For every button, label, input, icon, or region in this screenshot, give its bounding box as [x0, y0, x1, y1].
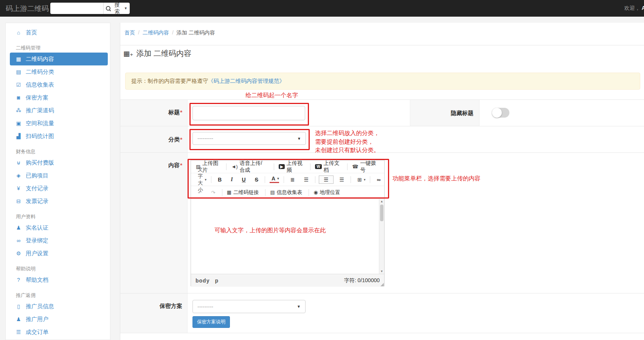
breadcrumb-separator: /	[138, 29, 140, 36]
toolbar-button[interactable]: S	[253, 177, 260, 183]
breadcrumb-home[interactable]: 首页	[124, 29, 135, 36]
resize-grip-icon[interactable]	[380, 283, 384, 286]
toolbar-button[interactable]: ≣	[289, 177, 297, 183]
sidebar-item[interactable]: ♟ 实名认证	[6, 221, 110, 234]
toolbar-button[interactable]: ▶ 上传视频	[279, 160, 306, 174]
toolbar-button[interactable]: W 上传文档	[315, 160, 343, 174]
sidebar-item[interactable]: ⌂ 首页	[6, 26, 110, 39]
sidebar-item[interactable]: ♟ 推广用户	[6, 313, 110, 326]
table-border	[120, 126, 644, 126]
sidebar-item[interactable]: ▦ 二维码内容	[10, 53, 108, 65]
scroll-up-icon[interactable]: ▲	[379, 200, 384, 203]
toolbar-button[interactable]: ▦ 二维码链接	[227, 189, 261, 196]
brand-logo[interactable]: 码上游二维码	[6, 4, 49, 14]
sidebar-item[interactable]: ⊟ 发票记录	[6, 195, 110, 208]
toolbar-button[interactable]: ☰	[319, 175, 334, 184]
sidebar-item[interactable]: ◈ 已购项目	[6, 169, 110, 182]
toolbar-button[interactable]	[226, 163, 227, 170]
sidebar-item[interactable]: ⁂ 推广渠道码	[6, 104, 110, 117]
toolbar-button[interactable]: U	[240, 177, 248, 183]
toolbar-button[interactable]	[351, 176, 351, 183]
username[interactable]: Art	[642, 5, 644, 11]
editor-body[interactable]: 可输入文字，上传的图片等内容会显示在此 ▲ ▼	[191, 199, 384, 274]
editor-scrollbar[interactable]: ▲ ▼	[379, 199, 384, 274]
toolbar-label: ☰	[304, 177, 309, 183]
sidebar-item[interactable]: ☰ 成交订单	[6, 326, 110, 338]
sidebar-item-icon: ▤	[15, 69, 22, 75]
sidebar-item[interactable]: ▤ 二维码分类	[6, 65, 110, 78]
toolbar-button[interactable]	[370, 176, 370, 183]
toolbar-button[interactable]	[265, 176, 265, 183]
toolbar-button[interactable]: ∞	[375, 177, 382, 183]
toolbar-button[interactable]	[284, 176, 284, 183]
scroll-down-icon[interactable]: ▼	[379, 270, 384, 273]
toolbar-button[interactable]	[310, 163, 310, 170]
toolbar-button[interactable]: I	[229, 177, 234, 183]
toolbar-button[interactable]	[265, 189, 265, 196]
sidebar-item[interactable]: ¥ 返佣记录	[6, 338, 110, 340]
search-button-label: 搜索	[112, 2, 123, 15]
sidebar-item: 推广返佣	[6, 286, 110, 300]
sidebar-item-icon: ▦	[15, 56, 22, 62]
secret-select[interactable]: --------- ▼	[192, 300, 306, 313]
sidebar-item[interactable]: ☑ 信息收集表	[6, 78, 110, 91]
toolbar-button[interactable]: ☰	[338, 177, 346, 183]
sidebar-item[interactable]: ◙ 保密方案	[6, 91, 110, 104]
sidebar-item[interactable]: ▟ 扫码统计图	[6, 130, 110, 143]
sidebar-item-label: 推广用户	[26, 316, 48, 323]
sidebar-item[interactable]: ? 帮助文档	[6, 273, 110, 286]
title-label-text: 标题	[168, 109, 180, 115]
sidebar-item[interactable]: ∞ 登录绑定	[6, 234, 110, 247]
toolbar-button[interactable]: ↶	[196, 189, 204, 196]
sidebar-item-icon: ⊟	[15, 198, 22, 204]
secret-info-button[interactable]: 保密方案说明	[192, 316, 230, 328]
category-label: 分类*	[122, 136, 182, 143]
title-input[interactable]	[192, 106, 305, 120]
element-path-body[interactable]: body	[196, 278, 209, 284]
hide-title-toggle[interactable]	[492, 108, 509, 118]
editor-toolbar-row1: ▨ 上传图片 ◄) 语音上传/合成 ▶ 上传视频	[191, 160, 384, 173]
toolbar-button[interactable]	[222, 189, 222, 196]
sidebar-item[interactable]: ▣ 空间和流量	[6, 117, 110, 130]
sidebar-item: 二维码管理	[6, 39, 110, 53]
toolbar-button[interactable]: A ▾	[270, 176, 279, 183]
hide-title-label: 隐藏标题	[410, 110, 473, 117]
sidebar-item-icon: ☰	[15, 329, 22, 335]
toolbar-button[interactable]: ☰	[302, 177, 310, 183]
toolbar-icon: ▦	[227, 189, 231, 195]
sidebar-item-icon: ♟	[15, 316, 22, 322]
annotation-editor-body: 可输入文字，上传的图片等内容会显示在此	[214, 226, 326, 235]
toolbar-button[interactable]	[309, 189, 309, 196]
search-button[interactable]: 搜索 ▼	[103, 3, 130, 14]
toolbar-button[interactable]: ◉ 地理位置	[313, 189, 342, 196]
sidebar-item-label: 发票记录	[26, 198, 48, 205]
required-mark: *	[180, 136, 182, 143]
search-input[interactable]	[50, 3, 103, 14]
toolbar-button[interactable]: ⊞ ▾	[355, 177, 365, 183]
toolbar-button[interactable]	[274, 163, 274, 170]
toolbar-button[interactable]	[315, 176, 315, 183]
scrollbar-thumb[interactable]	[380, 205, 383, 221]
page-title-text: 添加 二维码内容	[137, 48, 192, 59]
sidebar-item-icon: ⊎	[15, 160, 22, 166]
toolbar-button[interactable]: ☎ 一键拨号	[352, 160, 379, 174]
toolbar-button[interactable]	[211, 176, 211, 183]
element-path-p[interactable]: p	[215, 278, 219, 284]
toolbar-button[interactable]: ◄) 语音上传/合成	[231, 160, 269, 174]
toolbar-button[interactable]: ↷	[209, 189, 217, 196]
sidebar-item-label: 实名认证	[26, 224, 48, 231]
sidebar-item-label: 推广员信息	[26, 303, 54, 310]
sidebar-item[interactable]: ¥ 支付记录	[6, 182, 110, 195]
toolbar-button[interactable]	[347, 163, 348, 170]
category-select-value: ---------	[197, 135, 213, 141]
category-select[interactable]: --------- ▼	[192, 132, 306, 145]
sidebar-item-icon: ◈	[15, 172, 22, 179]
toolbar-button[interactable]: B	[216, 177, 223, 183]
sidebar-item[interactable]: ⊎ 购买付费版	[6, 156, 110, 169]
content-policy-link[interactable]: 《码上游二维码内容管理规范》	[208, 78, 285, 85]
annotation-category: 选择二维码放入的分类， 需要提前创建好分类， 未创建过只有默认分类。	[315, 129, 380, 155]
breadcrumb-parent[interactable]: 二维码内容	[143, 29, 169, 36]
toolbar-button[interactable]: ▤ 信息收集表	[270, 189, 304, 196]
sidebar-item[interactable]: ⚙ 用户设置	[6, 247, 110, 260]
sidebar-item[interactable]: ▯ 推广员信息	[6, 300, 110, 313]
